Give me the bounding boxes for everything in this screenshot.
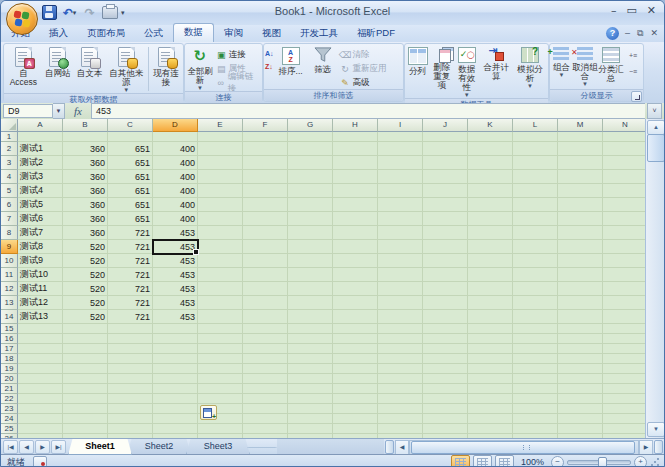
row-header-14[interactable]: 14 <box>1 310 18 324</box>
cell-G1[interactable] <box>288 132 333 142</box>
cell-F25[interactable] <box>243 424 288 434</box>
show-detail-icon[interactable]: +≡ <box>625 49 641 62</box>
cell-M25[interactable] <box>558 424 603 434</box>
cell-G22[interactable] <box>288 394 333 404</box>
cell-J17[interactable] <box>423 344 468 354</box>
column-header-E[interactable]: E <box>198 119 243 132</box>
ribbon-tab-3[interactable]: 页面布局 <box>78 25 134 42</box>
cell-B11[interactable]: 520 <box>63 268 108 282</box>
horizontal-split-handle[interactable] <box>654 440 663 454</box>
cell-C7[interactable]: 651 <box>108 212 153 226</box>
cell-B5[interactable]: 360 <box>63 184 108 198</box>
cell-M12[interactable] <box>558 282 603 296</box>
cell-G10[interactable] <box>288 254 333 268</box>
cell-C15[interactable] <box>108 324 153 334</box>
scroll-left-icon[interactable]: ◀ <box>395 440 409 455</box>
row-header-18[interactable]: 18 <box>1 354 18 364</box>
cell-L20[interactable] <box>513 374 558 384</box>
paste-options-smart-tag[interactable]: + <box>200 405 217 420</box>
column-header-H[interactable]: H <box>333 119 378 132</box>
cell-J15[interactable] <box>423 324 468 334</box>
cell-J6[interactable] <box>423 198 468 212</box>
tab-split-handle[interactable] <box>385 440 394 454</box>
cell-H13[interactable] <box>333 296 378 310</box>
cell-G5[interactable] <box>288 184 333 198</box>
row-header-8[interactable]: 8 <box>1 226 18 240</box>
cell-A3[interactable]: 测试2 <box>18 156 63 170</box>
cell-M9[interactable] <box>558 240 603 254</box>
cell-J14[interactable] <box>423 310 468 324</box>
cell-K8[interactable] <box>468 226 513 240</box>
cell-H3[interactable] <box>333 156 378 170</box>
cell-J22[interactable] <box>423 394 468 404</box>
insert-worksheet-tab[interactable]: ✦ <box>247 447 277 448</box>
cell-D7[interactable]: 400 <box>153 212 198 226</box>
previous-sheet-icon[interactable]: ◀ <box>19 440 34 454</box>
cell-L21[interactable] <box>513 384 558 394</box>
remove-duplicates-button[interactable]: 删除 重复项 <box>429 45 454 98</box>
cell-A14[interactable]: 测试13 <box>18 310 63 324</box>
cell-I18[interactable] <box>378 354 423 364</box>
connections-button[interactable]: ▣连接 <box>214 48 261 61</box>
cell-C23[interactable] <box>108 404 153 414</box>
cell-D15[interactable] <box>153 324 198 334</box>
next-sheet-icon[interactable]: ▶ <box>35 440 50 454</box>
cell-M16[interactable] <box>558 334 603 344</box>
cell-A17[interactable] <box>18 344 63 354</box>
cell-E16[interactable] <box>198 334 243 344</box>
ribbon-tab-6[interactable]: 审阅 <box>215 25 252 42</box>
refresh-all-button[interactable]: ↻ 全部刷新 ▼ <box>186 45 214 91</box>
from-access-button[interactable]: A 自 Access <box>5 45 42 93</box>
normal-view-icon[interactable] <box>451 455 470 467</box>
cell-D20[interactable] <box>153 374 198 384</box>
cell-K19[interactable] <box>468 364 513 374</box>
zoom-in-icon[interactable]: + <box>634 456 647 467</box>
cell-A11[interactable]: 测试10 <box>18 268 63 282</box>
cell-M2[interactable] <box>558 142 603 156</box>
cell-M21[interactable] <box>558 384 603 394</box>
cell-I22[interactable] <box>378 394 423 404</box>
cell-N19[interactable] <box>603 364 648 374</box>
cell-B14[interactable]: 520 <box>63 310 108 324</box>
workbook-minimize-button[interactable]: – <box>625 28 630 39</box>
cell-K5[interactable] <box>468 184 513 198</box>
cell-G15[interactable] <box>288 324 333 334</box>
column-header-L[interactable]: L <box>513 119 558 132</box>
cell-J25[interactable] <box>423 424 468 434</box>
cell-J11[interactable] <box>423 268 468 282</box>
column-header-A[interactable]: A <box>18 119 63 132</box>
vertical-scrollbar-thumb[interactable] <box>647 134 665 162</box>
cell-H9[interactable] <box>333 240 378 254</box>
help-icon[interactable]: ? <box>606 27 619 40</box>
cell-L22[interactable] <box>513 394 558 404</box>
cell-B21[interactable] <box>63 384 108 394</box>
row-header-15[interactable]: 15 <box>1 324 18 334</box>
cell-K2[interactable] <box>468 142 513 156</box>
cell-G23[interactable] <box>288 404 333 414</box>
name-box[interactable]: D9 <box>3 104 53 118</box>
cell-E17[interactable] <box>198 344 243 354</box>
cell-N7[interactable] <box>603 212 648 226</box>
cell-I1[interactable] <box>378 132 423 142</box>
cell-A4[interactable]: 测试3 <box>18 170 63 184</box>
from-text-button[interactable]: 自文本 <box>74 45 106 93</box>
cell-C16[interactable] <box>108 334 153 344</box>
row-header-11[interactable]: 11 <box>1 268 18 282</box>
dialog-launcher-icon[interactable] <box>631 91 642 102</box>
cell-M5[interactable] <box>558 184 603 198</box>
cell-K13[interactable] <box>468 296 513 310</box>
cell-G21[interactable] <box>288 384 333 394</box>
cell-D25[interactable] <box>153 424 198 434</box>
cell-E7[interactable] <box>198 212 243 226</box>
page-layout-view-icon[interactable] <box>473 455 492 467</box>
data-validation-button[interactable]: 数据 有效性 ▼ <box>454 45 479 98</box>
cell-A15[interactable] <box>18 324 63 334</box>
cell-I14[interactable] <box>378 310 423 324</box>
cell-D13[interactable]: 453 <box>153 296 198 310</box>
cell-I13[interactable] <box>378 296 423 310</box>
cell-I8[interactable] <box>378 226 423 240</box>
cell-C8[interactable]: 721 <box>108 226 153 240</box>
cell-A20[interactable] <box>18 374 63 384</box>
cell-N3[interactable] <box>603 156 648 170</box>
horizontal-scrollbar[interactable]: ◀ ▶ <box>395 441 653 454</box>
